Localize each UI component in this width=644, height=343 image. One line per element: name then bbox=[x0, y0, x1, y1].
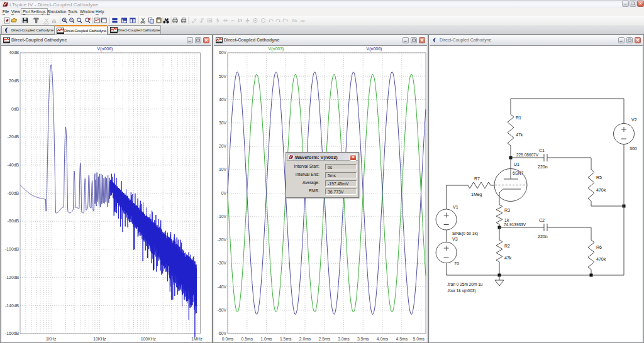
svg-text:47k: 47k bbox=[504, 256, 512, 260]
svg-text:-120dB: -120dB bbox=[5, 275, 19, 280]
svg-text:R3: R3 bbox=[504, 208, 510, 212]
svg-text:3.0ms: 3.0ms bbox=[338, 337, 350, 341]
svg-text:0.5ms: 0.5ms bbox=[242, 337, 253, 341]
svg-text:20V: 20V bbox=[219, 144, 227, 148]
svg-text:-160dB: -160dB bbox=[5, 331, 19, 335]
svg-text:-60V: -60V bbox=[218, 331, 227, 335]
svg-text:470k: 470k bbox=[596, 257, 606, 261]
svg-text:0V: 0V bbox=[221, 191, 227, 195]
svg-text:V2: V2 bbox=[631, 117, 637, 122]
svg-text:1KHz: 1KHz bbox=[46, 337, 57, 341]
svg-text:70: 70 bbox=[454, 261, 459, 266]
svg-text:C2: C2 bbox=[539, 218, 545, 222]
svg-text:220n: 220n bbox=[538, 234, 548, 239]
svg-text:-60dB: -60dB bbox=[8, 191, 19, 195]
svg-text:U1: U1 bbox=[514, 162, 519, 166]
svg-text:-40dB: -40dB bbox=[8, 163, 19, 167]
svg-text:1MHz: 1MHz bbox=[191, 337, 203, 341]
svg-text:Aa: Aa bbox=[292, 18, 297, 23]
svg-text:.four 1k v(n003): .four 1k v(n003) bbox=[447, 288, 476, 293]
svg-text:V(n003): V(n003) bbox=[269, 46, 284, 52]
svg-text:-20V: -20V bbox=[218, 237, 227, 242]
svg-text:V1: V1 bbox=[453, 205, 458, 209]
svg-text:-140dB: -140dB bbox=[5, 303, 19, 308]
svg-text:.op: .op bbox=[299, 19, 304, 23]
svg-text:2.5ms: 2.5ms bbox=[319, 337, 331, 341]
svg-text:100KHz: 100KHz bbox=[141, 337, 157, 341]
svg-text:1.5ms: 1.5ms bbox=[280, 337, 292, 341]
svg-text:2.0ms: 2.0ms bbox=[299, 337, 311, 341]
svg-text:225.08607V: 225.08607V bbox=[516, 153, 539, 157]
svg-text:V(n006): V(n006) bbox=[367, 46, 382, 52]
svg-text:.tran 0 25m 20m 1u: .tran 0 25m 20m 1u bbox=[447, 282, 483, 286]
svg-text:30V: 30V bbox=[219, 121, 227, 125]
svg-text:40dB: 40dB bbox=[9, 50, 19, 55]
svg-text:60V: 60V bbox=[219, 50, 227, 55]
svg-text:6SN7: 6SN7 bbox=[513, 171, 524, 175]
svg-text:R5: R5 bbox=[596, 175, 602, 180]
svg-text:C1: C1 bbox=[539, 148, 545, 153]
svg-text:470k: 470k bbox=[596, 188, 606, 192]
svg-text:220n: 220n bbox=[538, 165, 548, 169]
svg-text:R7: R7 bbox=[474, 177, 480, 181]
svg-text:R2: R2 bbox=[504, 244, 510, 248]
svg-text:10KHz: 10KHz bbox=[93, 337, 106, 341]
svg-text:5.0ms: 5.0ms bbox=[413, 337, 425, 341]
svg-text:4.5ms: 4.5ms bbox=[396, 337, 408, 341]
svg-text:R6: R6 bbox=[596, 245, 602, 249]
svg-text:-10V: -10V bbox=[218, 214, 227, 219]
svg-text:1Meg: 1Meg bbox=[471, 192, 482, 197]
svg-text:3.5ms: 3.5ms bbox=[357, 337, 369, 341]
svg-text:V(n006): V(n006) bbox=[97, 46, 113, 52]
svg-text:10V: 10V bbox=[219, 167, 227, 172]
svg-text:1k: 1k bbox=[504, 218, 509, 222]
svg-text:V3: V3 bbox=[452, 237, 458, 241]
svg-text:50V: 50V bbox=[219, 74, 227, 79]
svg-text:R1: R1 bbox=[516, 116, 521, 120]
svg-text:-50V: -50V bbox=[218, 308, 227, 312]
svg-text:4.0ms: 4.0ms bbox=[377, 337, 389, 341]
svg-text:1.0ms: 1.0ms bbox=[260, 337, 272, 341]
svg-text:0.0ms: 0.0ms bbox=[222, 337, 234, 341]
svg-text:47k: 47k bbox=[516, 133, 523, 137]
svg-text:-80dB: -80dB bbox=[8, 219, 19, 223]
svg-text:20dB: 20dB bbox=[9, 79, 19, 83]
svg-text:300: 300 bbox=[630, 146, 637, 151]
svg-text:74.913933V: 74.913933V bbox=[504, 222, 526, 227]
svg-text:SINE(0 60 1k): SINE(0 60 1k) bbox=[452, 231, 478, 236]
svg-text:-100dB: -100dB bbox=[5, 247, 19, 251]
svg-text:-20dB: -20dB bbox=[8, 134, 19, 139]
svg-text:-40V: -40V bbox=[218, 285, 227, 289]
svg-text:40V: 40V bbox=[219, 97, 227, 102]
svg-text:-30V: -30V bbox=[218, 261, 227, 265]
svg-text:0dB: 0dB bbox=[11, 107, 19, 111]
